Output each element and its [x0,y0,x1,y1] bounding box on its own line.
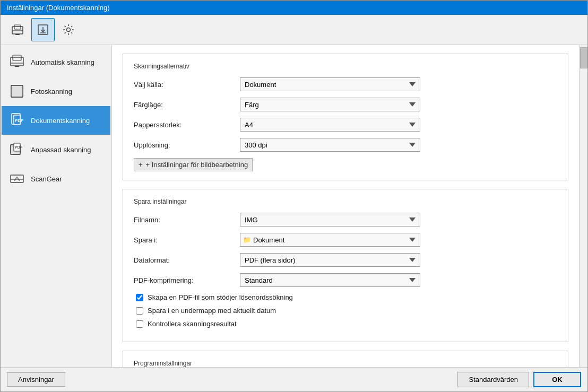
pdf-searchable-label[interactable]: Skapa en PDF-fil som stödjer lösenordssö… [148,293,293,301]
program-settings-title: Programinställningar [134,360,557,367]
filename-label: Filnamn: [134,216,240,224]
svg-rect-9 [13,55,21,60]
save-settings-section: Spara inställningar Filnamn: IMG Documen… [123,189,568,342]
content-area: Skanningsalternativ Välj källa: Dokument… [112,45,579,367]
svg-text:PDF: PDF [15,118,23,123]
sidebar-item-document-scan[interactable]: PDF Dokumentskanning [2,106,110,135]
main-area: Automatisk skanning Fotoskanning [1,45,587,367]
filename-control: IMG Document Photo [240,213,420,227]
svg-point-7 [67,28,71,32]
paper-size-label: Pappersstorlek: [134,121,240,129]
color-mode-dropdown[interactable]: Färg Gråskala Svartvitt [240,98,420,111]
svg-rect-0 [12,27,23,34]
filename-row: Filnamn: IMG Document Photo [134,213,557,227]
paper-size-dropdown[interactable]: A4 A3 Letter Legal [240,118,420,132]
image-processing-btn[interactable]: + + Inställningar för bildbearbetning [134,158,253,171]
select-source-row: Välj källa: Dokument Automatisk Fotograf… [134,77,557,91]
data-format-control: PDF PDF (flera sidor) JPEG PNG TIFF [240,253,420,267]
resolution-control: 75 dpi 150 dpi 300 dpi 600 dpi [240,138,420,152]
photo-scan-icon [8,83,25,100]
sidebar-label-document-scan: Dokumentskanning [31,117,90,125]
scrollbar-track[interactable] [579,45,587,367]
window-title: Inställningar (Dokumentskanning) [7,4,110,12]
settings-icon [61,22,76,37]
sidebar-item-photo-scan[interactable]: Fotoskanning [2,77,110,106]
checkbox1-row: Skapa en PDF-fil som stödjer lösenordssö… [134,293,557,301]
scangear-icon [8,170,25,187]
sidebar-label-custom-scan: Anpassad skanning [31,146,91,154]
check-result-checkbox[interactable] [136,320,143,328]
filename-dropdown[interactable]: IMG Document Photo [240,213,420,227]
color-mode-label: Färgläge: [134,101,240,109]
pdf-compression-row: PDF-komprimering: Standard Hög [134,273,557,287]
checkbox3-row: Kontrollera skanningsresultat [134,320,557,328]
svg-rect-24 [11,175,23,182]
svg-text:PDF: PDF [15,145,23,149]
toolbar-settings-btn[interactable] [57,18,80,41]
ok-button[interactable]: OK [533,372,581,387]
help-button[interactable]: Anvisningar [7,372,65,387]
expand-icon: + [139,161,143,169]
footer-right: Standardvärden OK [457,372,581,387]
scan-options-section: Skanningsalternativ Välj källa: Dokument… [123,54,568,180]
sidebar-label-scangear: ScanGear [31,175,62,183]
program-settings-section: Programinställningar Öppna med ett progr… [123,351,568,367]
pdf-compression-label: PDF-komprimering: [134,276,240,284]
resolution-dropdown[interactable]: 75 dpi 150 dpi 300 dpi 600 dpi [240,138,420,152]
sidebar-label-auto-scan: Automatisk skanning [31,58,94,66]
resolution-row: Upplösning: 75 dpi 150 dpi 300 dpi 600 d… [134,138,557,152]
defaults-button[interactable]: Standardvärden [457,372,529,387]
auto-scan-icon [8,54,25,71]
data-format-row: Dataformat: PDF PDF (flera sidor) JPEG P… [134,253,557,267]
scan-source-icon [10,22,25,37]
svg-rect-3 [15,34,20,35]
image-processing-label: + Inställningar för bildbearbetning [146,161,248,169]
svg-rect-1 [14,25,21,29]
scan-save-icon [36,22,50,37]
toolbar [1,15,587,45]
sidebar-item-auto-scan[interactable]: Automatisk skanning [2,48,110,76]
save-in-dropdown[interactable]: Dokument Skrivbord Bilder [240,233,420,247]
data-format-dropdown[interactable]: PDF PDF (flera sidor) JPEG PNG TIFF [240,253,420,267]
save-in-control: 📁 Dokument Skrivbord Bilder [240,233,420,247]
title-bar: Inställningar (Dokumentskanning) [1,1,587,15]
document-scan-icon: PDF [8,112,25,129]
check-result-label[interactable]: Kontrollera skanningsresultat [148,320,237,328]
resolution-label: Upplösning: [134,141,240,149]
sidebar-item-scangear[interactable]: ScanGear [2,164,110,193]
paper-size-control: A4 A3 Letter Legal [240,118,420,132]
scrollbar-thumb[interactable] [580,47,587,68]
svg-rect-11 [15,66,19,67]
select-source-dropdown[interactable]: Dokument Automatisk Fotografi [240,77,420,91]
select-source-control: Dokument Automatisk Fotografi [240,77,420,91]
footer-left: Anvisningar [7,372,65,387]
toolbar-scan-source-btn[interactable] [6,18,29,41]
save-settings-title: Spara inställningar [134,198,557,205]
data-format-label: Dataformat: [134,256,240,264]
save-subfolder-label[interactable]: Spara i en undermapp med aktuellt datum [148,307,276,315]
sidebar: Automatisk skanning Fotoskanning [1,45,112,367]
sidebar-label-photo-scan: Fotoskanning [31,88,72,95]
sidebar-item-custom-scan[interactable]: PDF Anpassad skanning [2,135,110,164]
save-in-row: Spara i: 📁 Dokument Skrivbord Bilder [134,233,557,247]
pdf-compression-control: Standard Hög [240,273,420,287]
save-subfolder-checkbox[interactable] [136,307,143,315]
scan-options-title: Skanningsalternativ [134,63,557,70]
svg-rect-13 [11,85,23,97]
main-window: Inställningar (Dokumentskanning) [0,0,588,392]
color-mode-row: Färgläge: Färg Gråskala Svartvitt [134,98,557,111]
pdf-compression-dropdown[interactable]: Standard Hög [240,273,420,287]
footer: Anvisningar Standardvärden OK [1,367,587,391]
pdf-searchable-checkbox[interactable] [136,294,143,301]
custom-scan-icon: PDF [8,141,25,158]
checkbox2-row: Spara i en undermapp med aktuellt datum [134,307,557,315]
save-in-label: Spara i: [134,236,240,244]
select-source-label: Välj källa: [134,81,240,89]
color-mode-control: Färg Gråskala Svartvitt [240,98,420,111]
toolbar-scan-save-btn[interactable] [31,18,55,41]
paper-size-row: Pappersstorlek: A4 A3 Letter Legal [134,118,557,132]
